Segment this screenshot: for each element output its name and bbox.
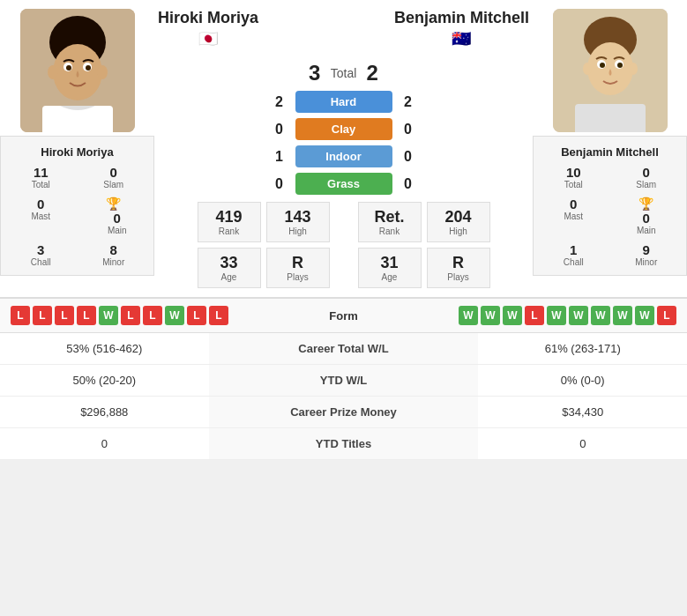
right-flag: 🇦🇺: [394, 29, 529, 48]
left-main-value: 0: [108, 211, 127, 226]
left-total-label: Total: [6, 180, 76, 189]
stat-right-1: 0% (0-0): [478, 365, 687, 397]
surface-btn-clay[interactable]: Clay: [295, 118, 392, 140]
grass-score-left: 0: [271, 176, 288, 192]
form-badge-right-3: L: [525, 306, 544, 325]
stat-right-2: $34,430: [478, 397, 687, 428]
right-rank-label: Rank: [362, 226, 417, 236]
right-mast-label: Mast: [564, 212, 583, 221]
total-score-right: 2: [363, 61, 381, 85]
spacer2: [335, 248, 353, 288]
spacer: [335, 202, 353, 242]
left-minor-cell: 8 Minor: [78, 240, 151, 270]
form-badge-right-0: W: [459, 306, 478, 325]
player-right: Benjamin Mitchell 10 Total 0 Slam 0 Mast: [533, 9, 687, 288]
player-right-avatar: [553, 9, 668, 132]
svg-point-15: [600, 63, 605, 68]
surface-btn-hard[interactable]: Hard: [295, 91, 392, 113]
total-label: Total: [331, 66, 357, 80]
left-mast-value: 0: [37, 197, 44, 212]
left-mast-label: Mast: [31, 212, 50, 221]
left-plays-box: R Plays: [266, 248, 330, 288]
left-main-label: Main: [108, 226, 127, 235]
right-rank-box: Ret. Rank: [358, 202, 422, 242]
left-minor-value: 8: [79, 242, 149, 257]
left-age-box: 33 Age: [198, 248, 261, 288]
trophy-icon-left: 🏆: [106, 197, 121, 211]
right-name-header: Benjamin Mitchell: [394, 9, 529, 27]
form-badge-left-5: L: [121, 306, 140, 325]
left-name-header: Hiroki Moriya: [158, 9, 258, 27]
right-minor-label: Minor: [612, 257, 682, 267]
svg-point-17: [583, 63, 592, 75]
left-rank-box: 419 Rank: [198, 202, 261, 242]
surface-btn-grass[interactable]: Grass: [295, 173, 392, 195]
right-age-label: Age: [362, 272, 417, 282]
svg-point-8: [97, 65, 108, 79]
player-right-info: Benjamin Mitchell 10 Total 0 Slam 0 Mast: [533, 136, 687, 276]
hard-score-left: 2: [271, 94, 288, 110]
form-label: Form: [309, 309, 379, 323]
svg-point-18: [629, 63, 638, 75]
left-chall-value: 3: [6, 242, 76, 257]
form-badge-left-7: W: [165, 306, 184, 325]
left-slam-value: 0: [79, 165, 149, 180]
player-left-name: Hiroki Moriya: [4, 142, 150, 162]
stat-left-1: 50% (20-20): [0, 365, 209, 397]
left-age-value: 33: [202, 254, 257, 272]
left-player-title: Hiroki Moriya 🇯🇵: [158, 9, 258, 48]
right-age-box: 31 Age: [358, 248, 422, 288]
right-chall-value: 1: [539, 242, 609, 257]
left-chall-label: Chall: [6, 257, 76, 267]
total-row: 3 Total 2: [158, 61, 529, 85]
surface-btn-indoor[interactable]: Indoor: [295, 145, 392, 167]
stat-right-3: 0: [478, 428, 687, 460]
left-rank-value: 419: [202, 208, 257, 226]
surface-row-clay: 0 Clay 0: [158, 118, 529, 140]
form-badge-left-0: L: [11, 306, 30, 325]
stat-left-3: 0: [0, 428, 209, 460]
left-mast-cell: 0 Mast: [4, 194, 78, 238]
surface-row-grass: 0 Grass 0: [158, 173, 529, 195]
form-badge-left-9: L: [209, 306, 228, 325]
stats-row-1: 50% (20-20) YTD W/L 0% (0-0): [0, 365, 687, 397]
stat-label-3: YTD Titles: [209, 428, 479, 460]
clay-score-left: 0: [271, 122, 288, 137]
form-badge-left-3: L: [77, 306, 96, 325]
left-flag: 🇯🇵: [158, 29, 258, 48]
total-score-left: 3: [306, 61, 324, 85]
trophy-icon-right: 🏆: [638, 197, 653, 211]
svg-point-7: [48, 65, 58, 79]
player-left: Hiroki Moriya 11 Total 0 Slam 0 Mast: [0, 9, 154, 288]
svg-point-6: [86, 65, 91, 71]
left-trophy-cell: 🏆 0 Main: [78, 194, 151, 238]
left-high-box: 143 High: [266, 202, 330, 242]
main-container: Hiroki Moriya 11 Total 0 Slam 0 Mast: [0, 0, 687, 460]
grass-score-right: 0: [400, 176, 417, 192]
right-plays-box: R Plays: [427, 248, 490, 288]
right-mast-value: 0: [570, 197, 577, 212]
indoor-score-right: 0: [400, 149, 417, 165]
surface-rows: 2 Hard 2 0 Clay 0 1 Indoor 0 0 Grass: [158, 91, 529, 195]
right-total-cell: 10 Total: [537, 162, 610, 192]
indoor-score-left: 1: [271, 149, 288, 165]
hard-score-right: 2: [400, 94, 417, 110]
right-slam-cell: 0 Slam: [610, 162, 683, 192]
stat-label-2: Career Prize Money: [209, 397, 479, 428]
form-right: WWWLWWWWWL: [383, 306, 677, 325]
form-badge-right-2: W: [503, 306, 522, 325]
stat-label-1: YTD W/L: [209, 365, 479, 397]
right-minor-cell: 9 Minor: [610, 240, 683, 270]
surface-row-hard: 2 Hard 2: [158, 91, 529, 113]
center-age-row: 33 Age R Plays 31 Age R Plays: [198, 248, 490, 288]
right-main-value: 0: [637, 211, 656, 226]
right-chall-cell: 1 Chall: [537, 240, 610, 270]
center-stats-row: 419 Rank 143 High Ret. Rank 204 High: [198, 202, 490, 242]
left-age-label: Age: [202, 272, 257, 282]
left-slam-cell: 0 Slam: [78, 162, 151, 192]
form-badge-left-8: L: [187, 306, 206, 325]
svg-rect-19: [575, 104, 646, 132]
stat-left-2: $296,888: [0, 397, 209, 428]
stats-row-3: 0 YTD Titles 0: [0, 428, 687, 460]
left-high-label: High: [271, 226, 325, 236]
